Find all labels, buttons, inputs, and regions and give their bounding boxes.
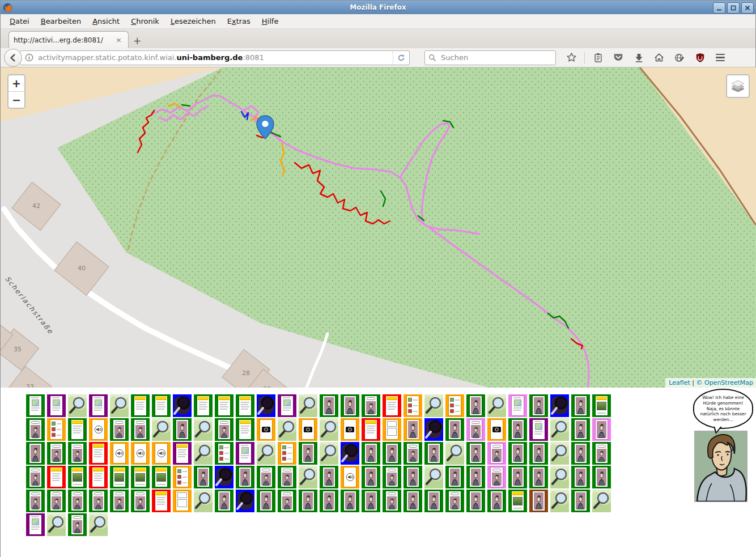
map-magnifier-thumbnail[interactable] (110, 394, 129, 417)
map-magnifier-thumbnail[interactable] (68, 394, 87, 417)
photo-task-thumbnail[interactable] (257, 418, 275, 441)
portrait-chat-thumbnail[interactable] (68, 442, 87, 465)
map-magnifier-thumbnail[interactable] (550, 442, 569, 465)
portrait-chat-thumbnail[interactable] (110, 418, 129, 441)
audio-thumbnail[interactable] (89, 418, 108, 441)
portrait-chat-thumbnail[interactable] (47, 490, 66, 512)
tab-close-icon[interactable]: × (114, 36, 124, 44)
map-magnifier-thumbnail[interactable] (257, 442, 275, 465)
portrait-chat-thumbnail[interactable] (383, 466, 401, 488)
portrait-photo-thumbnail[interactable] (445, 466, 464, 488)
document-thumbnail[interactable] (26, 394, 45, 417)
portrait-chat-thumbnail[interactable] (487, 466, 506, 488)
downloads-button[interactable] (631, 50, 646, 65)
portrait-photo-thumbnail[interactable] (299, 442, 317, 465)
map-magnifier-thumbnail[interactable] (320, 418, 338, 441)
document-thumbnail[interactable] (278, 394, 296, 417)
map-magnifier-thumbnail[interactable] (592, 490, 611, 512)
maximize-button[interactable] (727, 2, 740, 14)
ublock-button[interactable] (693, 50, 707, 65)
portrait-chat-thumbnail[interactable] (445, 490, 464, 512)
menu-lesezeichen[interactable]: Lesezeichen (165, 15, 222, 27)
document-thumbnail[interactable] (529, 418, 548, 441)
portrait-photo-thumbnail[interactable] (424, 442, 443, 465)
zoom-out-button[interactable]: − (9, 92, 24, 108)
new-tab-button[interactable]: + (129, 33, 146, 48)
note-document-thumbnail[interactable] (89, 442, 108, 465)
portrait-photo-thumbnail[interactable] (320, 394, 338, 417)
search-box[interactable] (424, 50, 556, 65)
map-magnifier-thumbnail[interactable] (320, 442, 338, 465)
checklist-thumbnail[interactable] (404, 394, 422, 417)
layers-control[interactable] (726, 74, 750, 98)
portrait-chat-thumbnail[interactable] (89, 490, 108, 512)
url-bar[interactable]: activitymapper.static.potato.kinf.wiai.u… (20, 50, 410, 65)
document-thumbnail[interactable] (236, 442, 254, 465)
portrait-photo-thumbnail[interactable] (362, 490, 380, 512)
portrait-photo-thumbnail[interactable] (529, 442, 548, 465)
info-icon[interactable] (25, 53, 33, 62)
portrait-chat-thumbnail[interactable] (466, 418, 485, 441)
portrait-photo-thumbnail[interactable] (320, 466, 338, 488)
audio-thumbnail[interactable] (110, 442, 129, 465)
note-document-thumbnail[interactable] (383, 394, 401, 417)
portrait-photo-thumbnail[interactable] (257, 490, 275, 512)
portrait-photo-thumbnail[interactable] (341, 394, 359, 417)
back-button[interactable] (4, 49, 22, 67)
note-document-thumbnail[interactable] (236, 418, 254, 441)
portrait-photo-thumbnail[interactable] (466, 466, 485, 488)
note-document-thumbnail[interactable] (152, 490, 171, 512)
form-thumbnail[interactable] (383, 418, 401, 441)
form-thumbnail[interactable] (173, 490, 192, 512)
map-magnifier-thumbnail[interactable] (550, 490, 569, 512)
image-document-thumbnail[interactable] (592, 394, 611, 417)
leaflet-map[interactable]: 42403533372826 + − Scherlachstraße Leafl… (1, 67, 756, 388)
portrait-chat-thumbnail[interactable] (362, 394, 380, 417)
bookmarks-list-button[interactable] (591, 50, 605, 65)
search-input[interactable] (440, 53, 538, 62)
image-document-thumbnail[interactable] (110, 466, 129, 488)
map-magnifier-dark-thumbnail[interactable] (215, 466, 233, 488)
osm-link[interactable]: © OpenStreetMap (696, 379, 753, 386)
portrait-photo-thumbnail[interactable] (404, 466, 422, 488)
map-magnifier-thumbnail[interactable] (550, 418, 569, 441)
map-magnifier-thumbnail[interactable] (424, 394, 443, 417)
note-document-thumbnail[interactable] (47, 466, 66, 488)
portrait-photo-thumbnail[interactable] (404, 418, 422, 441)
menu-button[interactable] (713, 50, 728, 65)
map-magnifier-dark-thumbnail[interactable] (173, 394, 192, 417)
zoom-in-button[interactable]: + (9, 75, 24, 92)
note-document-thumbnail[interactable] (152, 394, 171, 417)
portrait-photo-thumbnail[interactable] (592, 466, 611, 488)
reload-button[interactable] (393, 51, 409, 65)
note-document-thumbnail[interactable] (362, 418, 380, 441)
portrait-chat-thumbnail[interactable] (257, 466, 275, 488)
map-magnifier-thumbnail[interactable] (550, 466, 569, 488)
map-magnifier-thumbnail[interactable] (487, 394, 506, 417)
portrait-photo-thumbnail[interactable] (173, 418, 192, 441)
portrait-chat-thumbnail[interactable] (110, 490, 129, 512)
minimize-button[interactable] (713, 2, 725, 14)
audio-thumbnail[interactable] (131, 442, 150, 465)
bookmark-star-button[interactable] (564, 50, 579, 65)
portrait-photo-thumbnail[interactable] (529, 394, 548, 417)
map-magnifier-dark-thumbnail[interactable] (236, 490, 254, 512)
portrait-photo-thumbnail[interactable] (466, 490, 485, 512)
checklist-thumbnail[interactable] (173, 466, 192, 488)
community-button[interactable] (672, 50, 687, 65)
note-document-thumbnail[interactable] (236, 394, 254, 417)
map-magnifier-thumbnail[interactable] (424, 466, 443, 488)
portrait-chat-thumbnail[interactable] (383, 490, 401, 512)
close-button[interactable] (741, 2, 754, 14)
portrait-photo-thumbnail[interactable] (508, 442, 527, 465)
portrait-photo-thumbnail[interactable] (571, 394, 590, 417)
map-magnifier-thumbnail[interactable] (152, 418, 171, 441)
checklist-thumbnail[interactable] (445, 394, 464, 417)
photo-task-thumbnail[interactable] (341, 418, 359, 441)
portrait-chat-thumbnail[interactable] (592, 442, 611, 465)
portrait-photo-thumbnail[interactable] (236, 466, 254, 488)
home-button[interactable] (652, 50, 666, 65)
portrait-photo-thumbnail[interactable] (508, 418, 527, 441)
note-document-thumbnail[interactable] (68, 418, 87, 441)
menu-chronik[interactable]: Chronik (125, 15, 165, 27)
